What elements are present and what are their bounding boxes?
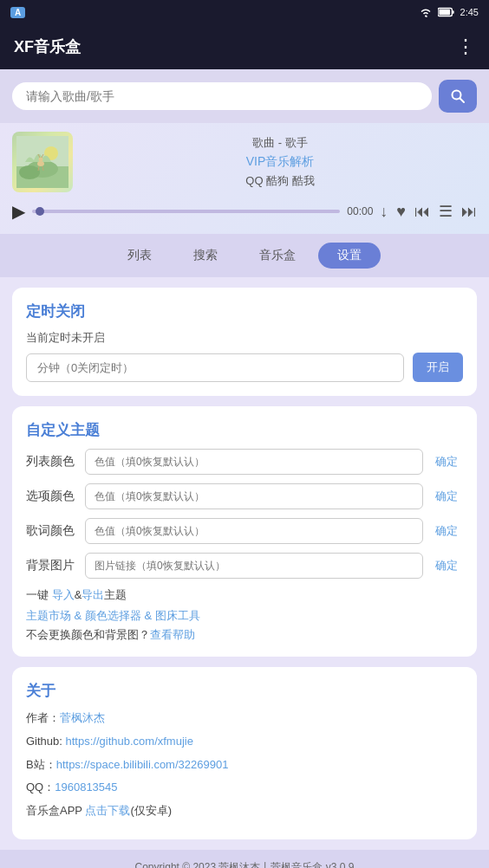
progress-dot [36, 207, 44, 216]
bg-image-confirm[interactable]: 确定 [430, 554, 463, 577]
more-icon[interactable]: ⋮ [456, 36, 475, 58]
status-left: A [10, 7, 25, 18]
option-color-confirm[interactable]: 确定 [430, 485, 463, 508]
player-info: 歌曲 - 歌手 VIP音乐解析 QQ 酷狗 酷我 [83, 135, 477, 189]
bg-image-label: 背景图片 [26, 558, 78, 573]
qq-prefix: QQ： [26, 781, 55, 794]
about-title: 关于 [26, 681, 463, 701]
list-color-input[interactable] [85, 449, 423, 475]
vip-text: VIP音乐解析 [83, 154, 477, 170]
svg-rect-3 [439, 10, 450, 15]
theme-suffix: 主题 [104, 588, 127, 601]
next-icon[interactable]: ⏭ [461, 203, 477, 221]
control-icons: ↓ ♥ ⏮ ☰ ⏭ [380, 202, 477, 221]
download-icon[interactable]: ↓ [380, 203, 388, 221]
lyrics-color-confirm[interactable]: 确定 [430, 520, 463, 542]
progress-bar[interactable] [32, 210, 340, 213]
svg-point-12 [39, 158, 43, 162]
search-input[interactable] [26, 89, 418, 103]
tab-search[interactable]: 搜索 [174, 243, 237, 269]
svg-rect-2 [452, 10, 453, 14]
status-right: 2:45 [419, 7, 479, 17]
bilibili-row: B站：https://space.bilibili.com/32269901 [26, 756, 463, 774]
time-display: 2:45 [460, 7, 479, 17]
bedtool-link[interactable]: 图床工具 [155, 609, 200, 622]
list-color-label: 列表颜色 [26, 454, 78, 470]
search-button[interactable] [439, 80, 477, 113]
lyrics-color-label: 歌词颜色 [26, 523, 78, 539]
timer-enable-button[interactable]: 开启 [413, 353, 463, 382]
svg-point-9 [19, 165, 40, 179]
market-and: & [141, 609, 155, 622]
status-bar: A 2:45 [0, 0, 489, 24]
time-display: 00:00 [347, 205, 373, 217]
footer-copyright: Copyright © 2023 菅枫沐杰丨菅枫音乐盒 v3.0.9 [9, 858, 480, 868]
author-prefix: 作者： [26, 711, 60, 724]
tabs-area: 列表 搜索 音乐盒 设置 [0, 234, 489, 277]
help-row: 不会更换颜色和背景图？查看帮助 [26, 627, 463, 643]
footer: Copyright © 2023 菅枫沐杰丨菅枫音乐盒 v3.0.9 总访问量 … [0, 850, 489, 868]
player-controls: ▶ 00:00 ↓ ♥ ⏮ ☰ ⏭ [12, 198, 477, 225]
author-row: 作者：菅枫沐杰 [26, 709, 463, 728]
app-icon: A [10, 7, 25, 18]
svg-line-5 [460, 99, 465, 103]
download-suffix: (仅安卓) [130, 804, 172, 817]
main-content: 定时关闭 当前定时未开启 开启 自定义主题 列表颜色 确定 选项颜色 确定 歌词… [0, 277, 489, 850]
tab-list[interactable]: 列表 [108, 243, 171, 269]
option-color-input[interactable] [85, 483, 423, 509]
theme-title: 自定义主题 [26, 420, 463, 440]
like-icon[interactable]: ♥ [396, 203, 406, 221]
svg-point-11 [37, 161, 44, 166]
timer-card: 定时关闭 当前定时未开启 开启 [12, 288, 477, 396]
list-color-confirm[interactable]: 确定 [430, 450, 463, 473]
tab-settings[interactable]: 设置 [318, 243, 381, 269]
author-link[interactable]: 菅枫沐杰 [60, 711, 105, 724]
github-link[interactable]: https://github.com/xfmujie [66, 735, 193, 748]
timer-row: 开启 [26, 353, 463, 382]
timer-input[interactable] [26, 353, 404, 382]
bg-image-input[interactable] [85, 553, 423, 579]
battery-icon [438, 7, 455, 17]
timer-title: 定时关闭 [26, 301, 463, 321]
search-area [0, 69, 489, 123]
bilibili-link[interactable]: https://space.bilibili.com/32269901 [56, 758, 229, 771]
app-download-row: 音乐盒APP 点击下载(仅安卓) [26, 802, 463, 820]
timer-status: 当前定时未开启 [26, 330, 463, 346]
import-link[interactable]: 导入 [52, 588, 75, 601]
download-link[interactable]: 点击下载 [85, 804, 130, 817]
list-color-row: 列表颜色 确定 [26, 449, 463, 475]
no-change-text: 不会更换颜色和背景图？ [26, 628, 150, 641]
help-link[interactable]: 查看帮助 [150, 628, 195, 641]
export-link[interactable]: 导出 [82, 588, 104, 601]
prev-icon[interactable]: ⏮ [414, 203, 430, 221]
qq-row: QQ：1960813545 [26, 779, 463, 797]
and-text: & [75, 588, 82, 601]
app-title: XF音乐盒 [14, 36, 81, 57]
bg-image-row: 背景图片 确定 [26, 553, 463, 579]
album-art [12, 132, 73, 192]
svg-point-0 [425, 16, 427, 17]
search-icon [450, 88, 466, 104]
market-row: 主题市场 & 颜色选择器 & 图床工具 [26, 608, 463, 624]
qq-link[interactable]: 1960813545 [55, 781, 117, 794]
song-title: 歌曲 - 歌手 [83, 135, 477, 151]
option-color-label: 选项颜色 [26, 489, 78, 504]
search-input-wrap [12, 82, 432, 110]
market-link[interactable]: 主题市场 & [26, 609, 85, 622]
github-row: Github: https://github.com/xfmujie [26, 733, 463, 751]
import-export-row: 一键 导入&导出主题 [26, 587, 463, 603]
platform-icons: QQ 酷狗 酷我 [83, 173, 477, 189]
tab-musicbox[interactable]: 音乐盒 [240, 243, 315, 269]
bilibili-prefix: B站： [26, 758, 56, 771]
about-card: 关于 作者：菅枫沐杰 Github: https://github.com/xf… [12, 667, 477, 839]
lyrics-color-input[interactable] [85, 518, 423, 544]
color-picker-link[interactable]: 颜色选择器 [85, 609, 141, 622]
player-area: 歌曲 - 歌手 VIP音乐解析 QQ 酷狗 酷我 ▶ 00:00 ↓ ♥ ⏮ ☰… [0, 123, 489, 234]
play-button[interactable]: ▶ [12, 201, 25, 222]
playlist-icon[interactable]: ☰ [439, 202, 453, 221]
github-prefix: Github: [26, 735, 66, 748]
player-top: 歌曲 - 歌手 VIP音乐解析 QQ 酷狗 酷我 [12, 132, 477, 192]
wifi-icon [419, 7, 433, 17]
lyrics-color-row: 歌词颜色 确定 [26, 518, 463, 544]
option-color-row: 选项颜色 确定 [26, 483, 463, 509]
